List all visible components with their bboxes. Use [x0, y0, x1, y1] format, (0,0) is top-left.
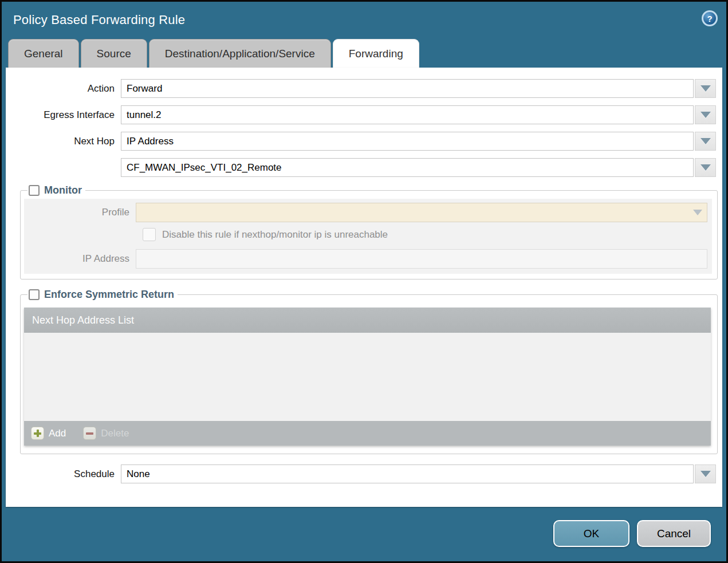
- dialog-titlebar: Policy Based Forwarding Rule ?: [2, 2, 726, 39]
- disable-rule-row: Disable this rule if nexthop/monitor ip …: [143, 228, 707, 241]
- ok-button[interactable]: OK: [553, 520, 629, 547]
- next-hop-label: Next Hop: [6, 136, 121, 147]
- egress-interface-select[interactable]: tunnel.2: [121, 105, 694, 124]
- ok-button-label: OK: [584, 527, 599, 540]
- schedule-dropdown-button[interactable]: [695, 464, 716, 483]
- schedule-row: Schedule None: [6, 464, 716, 483]
- tab-general-label: General: [24, 48, 63, 60]
- chevron-down-icon: [701, 138, 711, 144]
- tab-forwarding[interactable]: Forwarding: [333, 39, 419, 68]
- tab-source[interactable]: Source: [81, 39, 147, 68]
- monitor-checkbox[interactable]: [29, 185, 40, 196]
- disable-rule-checkbox: [143, 228, 156, 241]
- help-icon[interactable]: ?: [702, 10, 718, 26]
- help-icon-glyph: ?: [707, 14, 712, 23]
- disable-rule-label: Disable this rule if nexthop/monitor ip …: [162, 229, 388, 241]
- schedule-select[interactable]: None: [121, 464, 694, 483]
- next-hop-address-list-table: Next Hop Address List Add Delete: [24, 308, 711, 446]
- minus-icon: [83, 427, 96, 440]
- monitor-ip-address-label: IP Address: [24, 253, 136, 265]
- tab-bar: General Source Destination/Application/S…: [2, 39, 726, 68]
- monitor-panel: Profile Disable this rule if nexthop/mon…: [24, 199, 712, 274]
- plus-icon: [31, 427, 44, 440]
- next-hop-address-select[interactable]: CF_MWAN_IPsec_VTI_02_Remote: [121, 158, 694, 177]
- dialog-title: Policy Based Forwarding Rule: [13, 13, 185, 27]
- next-hop-dropdown-button[interactable]: [695, 132, 716, 151]
- dialog-footer: OK Cancel: [2, 507, 726, 561]
- next-hop-address-list-header-label: Next Hop Address List: [32, 314, 134, 326]
- action-label: Action: [6, 83, 121, 95]
- profile-label: Profile: [24, 207, 136, 218]
- monitor-ip-address-input-disabled: [136, 249, 707, 269]
- next-hop-address-dropdown-button[interactable]: [695, 158, 716, 177]
- tab-panel-forwarding: Action Forward Egress Interface tunnel.2…: [6, 68, 722, 507]
- chevron-down-icon: [701, 471, 711, 477]
- monitor-section: Monitor Profile Disable this rule if nex…: [20, 184, 718, 279]
- next-hop-type-select[interactable]: IP Address: [121, 132, 694, 151]
- tab-destination-label: Destination/Application/Service: [165, 48, 315, 60]
- cancel-button-label: Cancel: [657, 527, 691, 540]
- egress-interface-label: Egress Interface: [6, 109, 121, 121]
- chevron-down-icon: [701, 164, 711, 171]
- egress-interface-row: Egress Interface tunnel.2: [6, 105, 716, 124]
- tab-source-label: Source: [97, 48, 131, 60]
- delete-button: Delete: [83, 427, 129, 440]
- enforce-symmetric-return-label: Enforce Symmetric Return: [44, 289, 174, 301]
- enforce-symmetric-return-legend: Enforce Symmetric Return: [27, 289, 178, 301]
- next-hop-address-list-body[interactable]: [24, 333, 711, 421]
- tab-destination-application-service[interactable]: Destination/Application/Service: [149, 39, 331, 68]
- schedule-label: Schedule: [6, 468, 121, 480]
- add-button[interactable]: Add: [31, 427, 66, 440]
- action-dropdown-button[interactable]: [695, 79, 716, 98]
- policy-based-forwarding-dialog: Policy Based Forwarding Rule ? General S…: [0, 0, 728, 563]
- delete-button-label: Delete: [101, 428, 129, 439]
- chevron-down-icon: [693, 210, 702, 215]
- action-row: Action Forward: [6, 79, 716, 98]
- next-hop-address-list-header: Next Hop Address List: [24, 308, 711, 333]
- profile-select-disabled: [136, 203, 707, 222]
- next-hop-address-list-toolbar: Add Delete: [24, 421, 711, 446]
- enforce-symmetric-return-checkbox[interactable]: [29, 289, 40, 300]
- profile-row: Profile: [24, 203, 707, 222]
- tab-general[interactable]: General: [8, 39, 79, 68]
- egress-interface-dropdown-button[interactable]: [695, 105, 716, 124]
- cancel-button[interactable]: Cancel: [637, 520, 711, 547]
- chevron-down-icon: [701, 85, 711, 92]
- tab-forwarding-label: Forwarding: [349, 48, 403, 60]
- monitor-legend-label: Monitor: [44, 184, 82, 196]
- action-select[interactable]: Forward: [121, 79, 694, 98]
- monitor-ip-address-row: IP Address: [24, 249, 707, 269]
- add-button-label: Add: [49, 428, 66, 439]
- enforce-symmetric-return-section: Enforce Symmetric Return Next Hop Addres…: [20, 289, 718, 454]
- next-hop-address-row: CF_MWAN_IPsec_VTI_02_Remote: [6, 158, 716, 177]
- monitor-legend: Monitor: [27, 184, 85, 196]
- chevron-down-icon: [701, 112, 711, 118]
- next-hop-row: Next Hop IP Address: [6, 132, 716, 151]
